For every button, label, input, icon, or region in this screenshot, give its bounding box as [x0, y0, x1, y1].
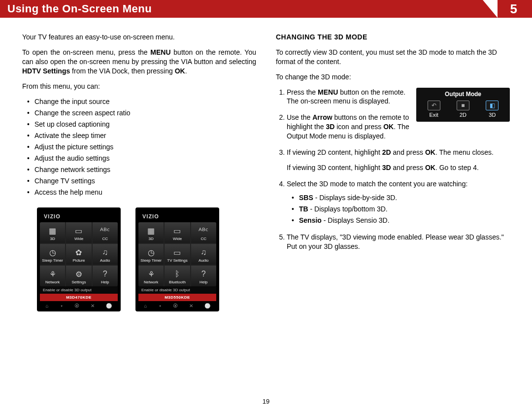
menu-cell[interactable]: ✿Picture	[66, 244, 91, 265]
list-item: Activate the sleep timer	[34, 131, 256, 141]
list-item: Change the input source	[34, 97, 256, 107]
output-mode-option-exit[interactable]: ↶Exit	[419, 101, 448, 118]
step-3b: If viewing 3D content, highlight 3D and …	[287, 164, 479, 171]
dock-icon[interactable]: ⚪	[204, 303, 210, 308]
sleep-timer-icon: ◷	[145, 247, 158, 258]
menu-cell-label: Network	[144, 280, 158, 284]
help-icon: ?	[197, 269, 210, 279]
sleep-timer-icon: ◷	[46, 247, 59, 258]
output-mode-option-2d[interactable]: ■2D	[448, 101, 477, 118]
list-item: Change the screen aspect ratio	[34, 108, 256, 118]
from-menu-text: From this menu, you can:	[22, 82, 256, 91]
step-3: If viewing 2D content, highlight 2D and …	[287, 148, 510, 172]
output-mode-label: 3D	[478, 112, 507, 118]
menu-cell[interactable]: ?Help	[191, 266, 216, 286]
phone-dock-a: ⌂⋆⦿✕⚪	[40, 301, 118, 308]
dock-icon[interactable]: ✕	[91, 303, 95, 308]
phone-brand: VIZIO	[40, 213, 118, 222]
menu-cell[interactable]: ◷Sleep Timer	[40, 244, 65, 265]
list-item: TB - Displays top/bottom 3D.	[299, 204, 510, 214]
menu-cell-label: Help	[101, 280, 109, 284]
network-icon: ⚘	[145, 269, 158, 279]
chapter-number: 5	[510, 1, 517, 17]
menu-cell[interactable]: ⚙Settings	[66, 266, 91, 286]
menu-cell-label: CC	[102, 237, 108, 241]
output-mode-label: 2D	[448, 112, 477, 118]
menu-cell[interactable]: ▦3D	[138, 222, 164, 243]
menu-cell-label: Bluetooth	[169, 280, 186, 284]
2d-icon: ■	[457, 101, 469, 110]
list-item: Set up closed captioning	[34, 119, 256, 130]
menu-cell[interactable]: ᛒBluetooth	[165, 266, 190, 286]
model-label-b: M3D550KDE	[138, 294, 216, 301]
phone-brand: VIZIO	[138, 213, 216, 222]
dock-icon[interactable]: ⦿	[173, 303, 178, 308]
menu-cell[interactable]: ▦3D	[40, 222, 65, 243]
section-heading: CHANGING THE 3D MODE	[276, 33, 510, 42]
list-item: Sensio - Displays Sensio 3D.	[299, 215, 510, 226]
phone-dock-b: ⌂⋆⦿✕⚪	[138, 301, 216, 308]
bluetooth-icon: ᛒ	[171, 269, 184, 279]
list-item: Change TV settings	[34, 176, 256, 186]
menu-cell-label: Audio	[199, 259, 208, 263]
output-mode-panel: Output Mode ↶Exit■2D◧3D	[416, 88, 510, 122]
page-number: 19	[0, 398, 532, 405]
step-4-text: Select the 3D mode to match the content …	[287, 180, 467, 188]
step-5: The TV displays, "3D viewing mode enable…	[287, 233, 510, 251]
list-item: Adjust the picture settings	[34, 142, 256, 152]
menu-grid-a: ▦3D▭WideᴬᴮᶜCC◷Sleep Timer✿Picture♫Audio⚘…	[40, 222, 118, 286]
menu-cell[interactable]: ▭Wide	[165, 222, 190, 243]
menu-cell[interactable]: ?Help	[93, 266, 118, 286]
dock-icon[interactable]: ⌂	[144, 303, 147, 308]
menu-cell[interactable]: ♫Audio	[191, 244, 216, 265]
dock-icon[interactable]: ⚪	[106, 303, 112, 308]
menu-cell-label: TV Settings	[167, 259, 187, 263]
right-column: CHANGING THE 3D MODE To correctly view 3…	[276, 33, 510, 311]
output-mode-option-3d[interactable]: ◧3D	[478, 101, 507, 118]
exit-icon: ↶	[428, 101, 440, 110]
output-mode-label: Exit	[419, 112, 448, 118]
dock-icon[interactable]: ⋆	[60, 303, 63, 308]
menu-grid-b: ▦3D▭WideᴬᴮᶜCC◷Sleep Timer▭TV Settings♫Au…	[138, 222, 216, 286]
menu-cell[interactable]: ⚘Network	[40, 266, 65, 286]
list-item: Adjust the audio settings	[34, 153, 256, 164]
menu-cell-label: Network	[45, 280, 60, 284]
intro-text: Your TV features an easy-to-use on-scree…	[22, 33, 256, 42]
menu-cell[interactable]: ▭TV Settings	[165, 244, 190, 265]
menu-cell-label: Audio	[100, 259, 110, 263]
dock-icon[interactable]: ⦿	[74, 303, 79, 308]
dock-icon[interactable]: ⌂	[46, 303, 49, 308]
dock-icon[interactable]: ⋆	[159, 303, 162, 308]
picture-icon: ✿	[72, 247, 85, 258]
menu-cell[interactable]: ◷Sleep Timer	[138, 244, 164, 265]
open-menu-text: To open the on-screen menu, press the ME…	[22, 48, 256, 76]
menu-cell[interactable]: ᴬᴮᶜCC	[191, 222, 216, 243]
wide-icon: ▭	[72, 225, 85, 236]
tv-settings-icon: ▭	[171, 247, 184, 258]
3d-intro: To correctly view 3D content, you must s…	[276, 48, 510, 67]
phone-model-a: VIZIO ▦3D▭WideᴬᴮᶜCC◷Sleep Timer✿Picture♫…	[37, 207, 121, 311]
menu-cell-label: 3D	[50, 237, 55, 241]
menu-cell-label: CC	[201, 237, 207, 241]
menu-cell[interactable]: ⚘Network	[138, 266, 164, 286]
phone-caption-b: Enable or disable 3D output	[138, 286, 216, 294]
header-notch	[483, 0, 498, 18]
menu-cell-label: 3D	[149, 237, 154, 241]
menu-cell-label: Settings	[72, 280, 86, 284]
left-column: Your TV features an easy-to-use on-scree…	[22, 33, 256, 311]
audio-icon: ♫	[197, 247, 210, 258]
menu-cell-label: Wide	[173, 237, 182, 241]
menu-cell-label: Sleep Timer	[42, 259, 63, 263]
step-4: Select the 3D mode to match the content …	[287, 179, 510, 226]
dock-icon[interactable]: ✕	[189, 303, 193, 308]
3d-change: To change the 3D mode:	[276, 72, 510, 82]
3d-mode-options: SBS - Displays side-by-side 3D.TB - Disp…	[287, 193, 510, 226]
help-icon: ?	[99, 269, 111, 279]
menu-cell[interactable]: ▭Wide	[66, 222, 91, 243]
3d-icon: ▦	[145, 225, 158, 236]
3d-icon: ◧	[486, 101, 499, 110]
menu-cell[interactable]: ᴬᴮᶜCC	[93, 222, 118, 243]
menu-cell[interactable]: ♫Audio	[93, 244, 118, 265]
menu-cell-label: Help	[200, 280, 207, 284]
cc-icon: ᴬᴮᶜ	[99, 225, 111, 236]
